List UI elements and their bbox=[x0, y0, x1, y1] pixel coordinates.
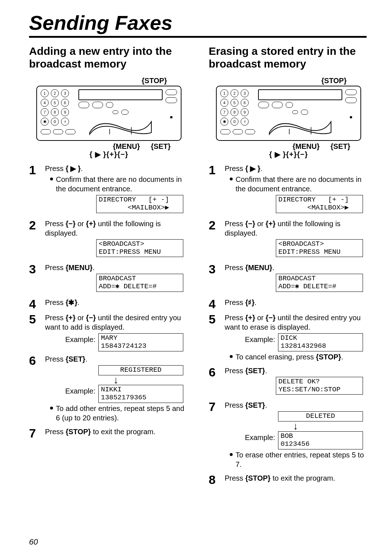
step-4: 4 Press {♯}. bbox=[209, 298, 367, 310]
bullet-icon bbox=[230, 355, 233, 358]
side-btn bbox=[166, 97, 177, 103]
page-title: Sending Faxes bbox=[29, 11, 367, 34]
step-6: 6 Press {SET}. Example:REGISTERED ↓ Exam… bbox=[29, 354, 187, 424]
left-subtitle: Adding a new entry into the broadcast me… bbox=[29, 45, 187, 70]
step-text: Press bbox=[225, 314, 245, 322]
device-diagram-right: {STOP} 123 456 789 ✱0♯ bbox=[216, 77, 361, 159]
example-label: Example: bbox=[245, 333, 275, 344]
step-text: . bbox=[85, 355, 87, 363]
mid-btn bbox=[286, 102, 293, 108]
step-3: 3 Press {MENU}. BROADCAST ADD=✱ DELETE=# bbox=[209, 263, 367, 295]
mid-btn bbox=[78, 102, 89, 108]
step-number: 1 bbox=[209, 164, 218, 216]
mid-btn bbox=[121, 110, 128, 115]
right-column: Erasing a stored entry in the broadcast … bbox=[209, 45, 367, 489]
paper-fold-icon bbox=[258, 116, 342, 136]
pill-btn bbox=[245, 129, 255, 134]
stop-button-icon bbox=[345, 89, 357, 95]
key-1: 1 bbox=[41, 89, 49, 97]
step-text: Press bbox=[45, 164, 66, 172]
lcd-display: REGISTERED bbox=[98, 365, 183, 375]
mid-btn bbox=[301, 110, 308, 115]
example-label: Example: bbox=[65, 333, 95, 344]
step-5: 5 Press {+} or {−} until the desired ent… bbox=[29, 313, 187, 351]
lcd-screen bbox=[78, 89, 163, 100]
minus-key: {−} bbox=[266, 314, 275, 322]
key-4: 4 bbox=[220, 99, 228, 107]
key-3: 3 bbox=[61, 89, 69, 97]
device-diagram-left: {STOP} 123 456 789 ✱0♯ bbox=[36, 77, 181, 159]
pill-btn bbox=[41, 129, 51, 134]
mid-btn bbox=[106, 102, 113, 108]
lcd-display: <BROADCAST> EDIT:PRESS MENU bbox=[96, 239, 183, 257]
step-text: . bbox=[272, 264, 274, 272]
bullet-text: To add other entries, repeat steps 5 and… bbox=[56, 404, 187, 423]
key-0: 0 bbox=[230, 118, 238, 126]
step-text: Press bbox=[225, 298, 245, 306]
mid-btn bbox=[113, 110, 118, 114]
menu-key: {MENU} bbox=[66, 264, 93, 272]
set-key: {SET} bbox=[66, 355, 85, 363]
step-text: . bbox=[77, 298, 79, 306]
down-arrow-icon: ↓ bbox=[225, 422, 367, 430]
stop-label: {STOP} bbox=[142, 77, 167, 85]
lcd-display: DIRECTORY [+ -] <MAILBOX>▶ bbox=[276, 195, 363, 213]
lcd-display: DELETE OK? YES:SET/NO:STOP bbox=[276, 377, 363, 395]
example-label: Example: bbox=[245, 431, 275, 442]
step-number: 7 bbox=[209, 400, 218, 470]
set-key: {SET} bbox=[245, 367, 265, 375]
key-7: 7 bbox=[41, 108, 49, 116]
step-number: 5 bbox=[209, 313, 218, 363]
key-7: 7 bbox=[220, 108, 228, 116]
step-number: 8 bbox=[209, 473, 218, 486]
step-text: Press bbox=[225, 367, 245, 375]
stop-key: {STOP} bbox=[66, 428, 91, 436]
step-text: Press bbox=[225, 474, 245, 482]
step-4: 4 Press {✱}. bbox=[29, 298, 187, 310]
step-3: 3 Press {MENU}. BROADCAST ADD=✱ DELETE=# bbox=[29, 263, 187, 295]
step-number: 7 bbox=[29, 427, 38, 439]
keypad: 123 456 789 ✱0♯ bbox=[41, 89, 75, 137]
step-text: . bbox=[81, 164, 83, 172]
set-label: {SET} bbox=[331, 142, 350, 151]
step-text: . bbox=[265, 367, 267, 375]
bullet-text: To erase other entries, repeat steps 5 t… bbox=[236, 450, 367, 469]
plus-key: {+} bbox=[66, 314, 75, 322]
pill-btn bbox=[220, 129, 230, 134]
mid-btn bbox=[258, 102, 269, 108]
step-number: 2 bbox=[29, 219, 38, 260]
step-text: to exit the program. bbox=[91, 428, 155, 436]
step-number: 6 bbox=[29, 354, 38, 424]
step-number: 2 bbox=[209, 219, 218, 260]
down-arrow-icon: ↓ bbox=[45, 376, 187, 384]
step-text: . bbox=[254, 298, 257, 306]
step-text: . bbox=[260, 164, 262, 172]
key-star: ✱ bbox=[41, 118, 49, 126]
lcd-display: DIRECTORY [+ -] <MAILBOX>▶ bbox=[96, 195, 183, 213]
step-text: Press bbox=[45, 264, 66, 272]
step-number: 5 bbox=[29, 313, 38, 351]
lcd-display: MARY 15843724123 bbox=[98, 333, 183, 351]
step-text: . bbox=[265, 401, 267, 409]
bullet-text: Confirm that there are no documents in t… bbox=[56, 175, 187, 194]
minus-key: {−} bbox=[86, 314, 96, 322]
key-hash: ♯ bbox=[241, 118, 249, 126]
key-0: 0 bbox=[51, 118, 59, 126]
pill-btn bbox=[53, 129, 63, 134]
key-2: 2 bbox=[51, 89, 59, 97]
step-text: to exit the program. bbox=[270, 474, 335, 482]
key-hash: ♯ bbox=[61, 118, 69, 126]
step-number: 3 bbox=[209, 263, 218, 295]
key-8: 8 bbox=[51, 108, 59, 116]
pill-btn bbox=[65, 129, 75, 134]
plus-key: {+} bbox=[86, 220, 96, 228]
step-text: Press bbox=[45, 314, 66, 322]
step-7: 7 Press {SET}. Example:DELETED ↓ Example… bbox=[209, 400, 367, 470]
step-2: 2 Press {−} or {+} until the following i… bbox=[29, 219, 187, 260]
right-subtitle: Erasing a stored entry in the broadcast … bbox=[209, 45, 367, 70]
minus-key: {−} bbox=[66, 220, 75, 228]
key-3: 3 bbox=[241, 89, 249, 97]
step-text: Press bbox=[45, 298, 66, 306]
lcd-display: DICK 13281432968 bbox=[278, 333, 363, 351]
example-label: Example: bbox=[65, 385, 95, 396]
